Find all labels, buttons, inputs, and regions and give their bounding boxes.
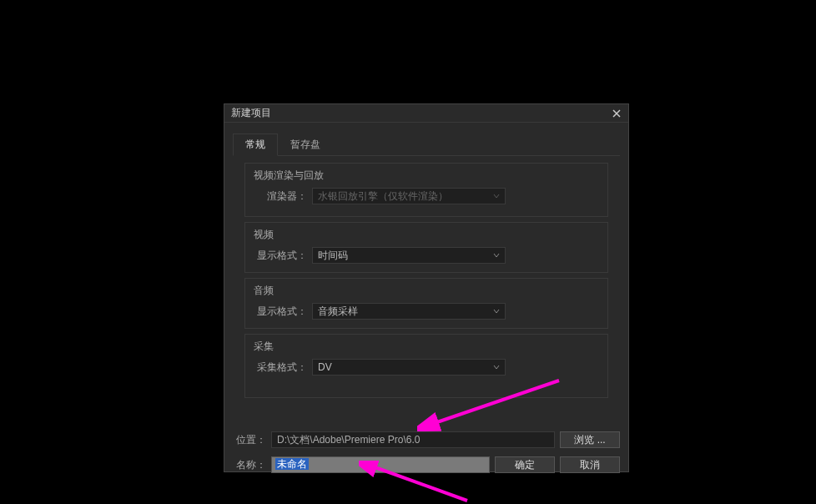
name-label: 名称： [233, 458, 266, 472]
cancel-button[interactable]: 取消 [560, 456, 620, 473]
section-video-legend: 视频 [254, 228, 599, 242]
chevron-down-icon [493, 193, 500, 199]
section-render: 视频渲染与回放 渲染器： 水银回放引擎（仅软件渲染） [244, 163, 608, 217]
location-dropdown[interactable]: D:\文档\Adobe\Premiere Pro\6.0 [271, 431, 555, 448]
new-project-dialog: 新建项目 常规 暂存盘 视频渲染与回放 渲染器： 水银回放引擎（仅软件渲染） [224, 103, 629, 472]
video-display-label: 显示格式： [254, 249, 307, 263]
chevron-down-icon [493, 364, 500, 370]
close-icon[interactable] [610, 107, 623, 120]
capture-format-value: DV [318, 361, 332, 373]
location-value: D:\文档\Adobe\Premiere Pro\6.0 [277, 433, 420, 447]
section-audio-legend: 音频 [254, 284, 599, 298]
section-render-legend: 视频渲染与回放 [254, 169, 599, 183]
video-display-value: 时间码 [318, 249, 348, 263]
tab-general[interactable]: 常规 [233, 134, 278, 156]
section-capture-legend: 采集 [254, 340, 599, 354]
capture-format-label: 采集格式： [254, 360, 307, 375]
renderer-value: 水银回放引擎（仅软件渲染） [318, 189, 448, 204]
renderer-label: 渲染器： [254, 189, 307, 204]
location-row: 位置： D:\文档\Adobe\Premiere Pro\6.0 浏览 ... [233, 431, 620, 448]
renderer-dropdown: 水银回放引擎（仅软件渲染） [312, 188, 506, 204]
name-value: 未命名 [275, 458, 309, 470]
audio-display-dropdown[interactable]: 音频采样 [312, 303, 506, 320]
name-input[interactable]: 未命名 [271, 456, 490, 473]
dialog-content: 常规 暂存盘 视频渲染与回放 渲染器： 水银回放引擎（仅软件渲染） 视频 [224, 133, 628, 481]
tab-scratch-disk[interactable]: 暂存盘 [278, 134, 333, 156]
section-video: 视频 显示格式： 时间码 [244, 222, 608, 273]
audio-display-label: 显示格式： [254, 305, 307, 319]
bottom-controls: 位置： D:\文档\Adobe\Premiere Pro\6.0 浏览 ... … [233, 431, 620, 473]
audio-display-row: 显示格式： 音频采样 [254, 303, 599, 320]
audio-display-value: 音频采样 [318, 305, 358, 319]
tabs: 常规 暂存盘 [233, 133, 620, 156]
capture-format-row: 采集格式： DV [254, 359, 599, 375]
section-capture: 采集 采集格式： DV [244, 334, 608, 398]
video-display-dropdown[interactable]: 时间码 [312, 247, 506, 264]
panel-general: 视频渲染与回放 渲染器： 水银回放引擎（仅软件渲染） 视频 显示格式： [233, 156, 620, 410]
capture-format-dropdown[interactable]: DV [312, 359, 506, 375]
titlebar: 新建项目 [224, 104, 628, 123]
ok-button[interactable]: 确定 [495, 456, 555, 473]
dialog-title: 新建项目 [231, 106, 271, 120]
name-row: 名称： 未命名 确定 取消 [233, 456, 620, 473]
chevron-down-icon [493, 308, 500, 315]
chevron-down-icon [493, 252, 500, 259]
section-audio: 音频 显示格式： 音频采样 [244, 278, 608, 329]
renderer-row: 渲染器： 水银回放引擎（仅软件渲染） [254, 188, 599, 204]
video-display-row: 显示格式： 时间码 [254, 247, 599, 264]
browse-button[interactable]: 浏览 ... [560, 431, 620, 448]
location-label: 位置： [233, 433, 266, 447]
